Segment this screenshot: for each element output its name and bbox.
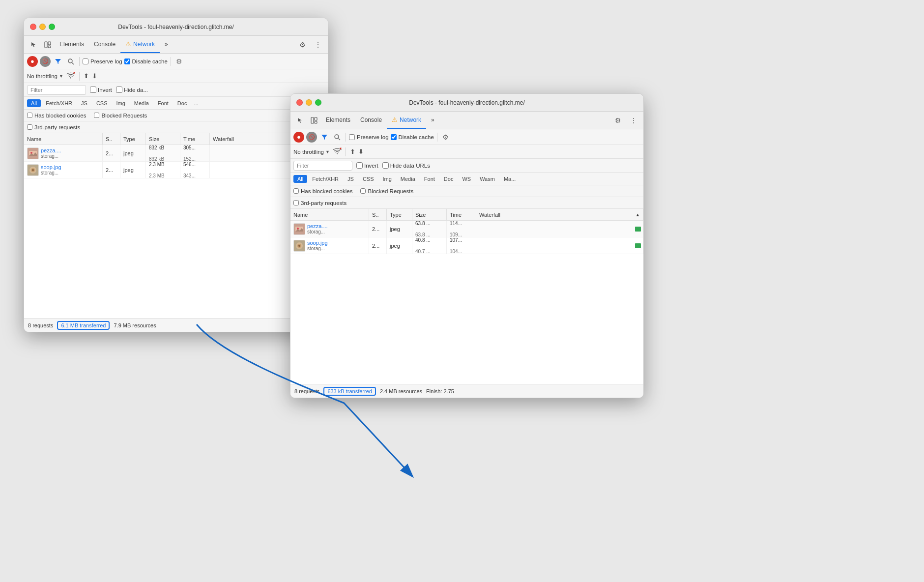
preserve-log-input-front[interactable] (349, 134, 355, 140)
resource-tab-media-front[interactable]: Media (397, 175, 419, 183)
gear-icon-back[interactable]: ⚙ (174, 56, 185, 67)
hide-data-checkbox-back[interactable]: Hide da... (116, 87, 148, 93)
invert-input-back[interactable] (90, 87, 96, 93)
filter-input-back[interactable] (27, 85, 86, 95)
close-button-front[interactable] (296, 99, 303, 106)
maximize-button-front[interactable] (315, 99, 321, 106)
third-party-front[interactable]: 3rd-party requests (293, 200, 346, 206)
resource-tab-js-back[interactable]: JS (77, 99, 91, 107)
tab-console-back[interactable]: Console (89, 36, 120, 53)
download-icon-front[interactable]: ⬇ (358, 148, 364, 155)
resource-tab-doc-back[interactable]: Doc (173, 99, 191, 107)
filter-button-front[interactable] (319, 132, 330, 143)
resource-tab-css-front[interactable]: CSS (359, 175, 378, 183)
more-vert-icon-front[interactable]: ⋮ (627, 114, 640, 127)
th-name-back[interactable]: Name (24, 133, 103, 145)
resource-tab-all-back[interactable]: All (27, 99, 41, 107)
preserve-log-checkbox-back[interactable]: Preserve log (83, 58, 122, 64)
disable-cache-checkbox-back[interactable]: Disable cache (124, 58, 168, 64)
hide-data-input-front[interactable] (382, 162, 389, 169)
stop-button-front[interactable]: 🚫 (306, 132, 317, 143)
tab-network-back[interactable]: ⚠ Network (120, 36, 160, 53)
filter-input-front[interactable] (293, 161, 352, 171)
settings-icon-back[interactable]: ⚙ (295, 38, 309, 52)
has-blocked-cookies-back[interactable]: Has blocked cookies (27, 113, 86, 118)
disable-cache-input-back[interactable] (124, 58, 130, 64)
upload-icon-front[interactable]: ⬆ (350, 148, 355, 155)
resource-tab-css-back[interactable]: CSS (92, 99, 112, 107)
th-name-front[interactable]: Name (290, 209, 369, 220)
tab-elements-back[interactable]: Elements (55, 36, 89, 53)
blocked-requests-input-back[interactable] (94, 113, 99, 118)
preserve-log-input-back[interactable] (83, 58, 88, 64)
preserve-log-checkbox-front[interactable]: Preserve log (349, 134, 389, 140)
table-row-2-back[interactable]: soop.jpg storag... 2... jpeg 2.3 MB 2.3 … (24, 162, 328, 178)
third-party-back[interactable]: 3rd-party requests (27, 124, 80, 130)
resource-tab-font-back[interactable]: Font (154, 99, 173, 107)
stop-button-back[interactable]: 🚫 (40, 56, 51, 67)
inspect-icon-front[interactable] (307, 114, 321, 127)
gear-icon-front[interactable]: ⚙ (440, 132, 451, 143)
resource-tab-doc-front[interactable]: Doc (440, 175, 458, 183)
th-waterfall-front[interactable]: Waterfall ▲ (476, 209, 643, 220)
tab-elements-front[interactable]: Elements (321, 112, 355, 129)
upload-icon-back[interactable]: ⬆ (84, 72, 89, 80)
close-button-back[interactable] (30, 24, 36, 30)
third-party-input-back[interactable] (27, 124, 32, 130)
third-party-input-front[interactable] (293, 200, 299, 205)
minimize-button-front[interactable] (306, 99, 312, 106)
has-blocked-cookies-input-back[interactable] (27, 113, 32, 118)
minimize-button-back[interactable] (39, 24, 46, 30)
search-button-front[interactable] (332, 132, 343, 143)
inspect-icon-back[interactable] (41, 38, 55, 52)
has-blocked-cookies-front[interactable]: Has blocked cookies (293, 188, 352, 194)
blocked-requests-back[interactable]: Blocked Requests (94, 113, 147, 118)
has-blocked-cookies-input-front[interactable] (293, 188, 299, 194)
invert-checkbox-front[interactable]: Invert (356, 162, 378, 169)
invert-input-front[interactable] (356, 162, 363, 169)
resource-tab-img-front[interactable]: Img (379, 175, 396, 183)
resource-tab-fetch-front[interactable]: Fetch/XHR (308, 175, 343, 183)
resource-tab-img-back[interactable]: Img (113, 99, 129, 107)
th-type-front[interactable]: Type (387, 209, 412, 220)
table-row-1-front[interactable]: pezza.... storag... 2... jpeg 63.8 ... 6… (290, 221, 643, 237)
resource-tab-ma-front[interactable]: Ma... (500, 175, 520, 183)
resource-tab-wasm-front[interactable]: Wasm (476, 175, 499, 183)
tab-network-front[interactable]: ⚠ Network (387, 112, 426, 129)
blocked-requests-front[interactable]: Blocked Requests (360, 188, 413, 194)
th-status-back[interactable]: S.. (103, 133, 120, 145)
resource-tab-js-front[interactable]: JS (344, 175, 358, 183)
settings-icon-front[interactable]: ⚙ (611, 114, 625, 127)
download-icon-back[interactable]: ⬇ (92, 72, 97, 80)
table-row-2-front[interactable]: soop.jpg storag... 2... jpeg 40.8 ... 40… (290, 237, 643, 254)
disable-cache-checkbox-front[interactable]: Disable cache (391, 134, 434, 140)
more-vert-icon-back[interactable]: ⋮ (311, 38, 325, 52)
throttle-select-back[interactable]: No throttling ▼ (27, 73, 63, 79)
th-size-back[interactable]: Size (146, 133, 180, 145)
record-button-front[interactable]: ● (293, 132, 304, 143)
resource-tab-fetch-back[interactable]: Fetch/XHR (42, 99, 76, 107)
resource-tab-media-back[interactable]: Media (130, 99, 153, 107)
resource-tab-all-front[interactable]: All (293, 175, 307, 183)
hide-data-input-back[interactable] (116, 87, 122, 93)
th-status-front[interactable]: S.. (369, 209, 387, 220)
throttle-select-front[interactable]: No throttling ▼ (293, 149, 330, 155)
record-button-back[interactable]: ● (27, 56, 38, 67)
tab-more-front[interactable]: » (426, 112, 439, 129)
hide-data-checkbox-front[interactable]: Hide data URLs (382, 162, 430, 169)
table-row-1-back[interactable]: pezza.... storag... 2... jpeg 832 kB 832… (24, 145, 328, 162)
cursor-icon-front[interactable] (293, 114, 307, 127)
tab-more-back[interactable]: » (160, 36, 173, 53)
resource-tab-font-front[interactable]: Font (420, 175, 439, 183)
search-button-back[interactable] (65, 56, 76, 67)
disable-cache-input-front[interactable] (391, 134, 397, 140)
blocked-requests-input-front[interactable] (360, 188, 366, 194)
th-type-back[interactable]: Type (120, 133, 146, 145)
cursor-icon-back[interactable] (27, 38, 41, 52)
invert-checkbox-back[interactable]: Invert (90, 87, 112, 93)
th-time-front[interactable]: Time (447, 209, 476, 220)
maximize-button-back[interactable] (49, 24, 55, 30)
th-size-front[interactable]: Size (412, 209, 447, 220)
th-time-back[interactable]: Time (180, 133, 210, 145)
resource-tab-ws-front[interactable]: WS (458, 175, 475, 183)
